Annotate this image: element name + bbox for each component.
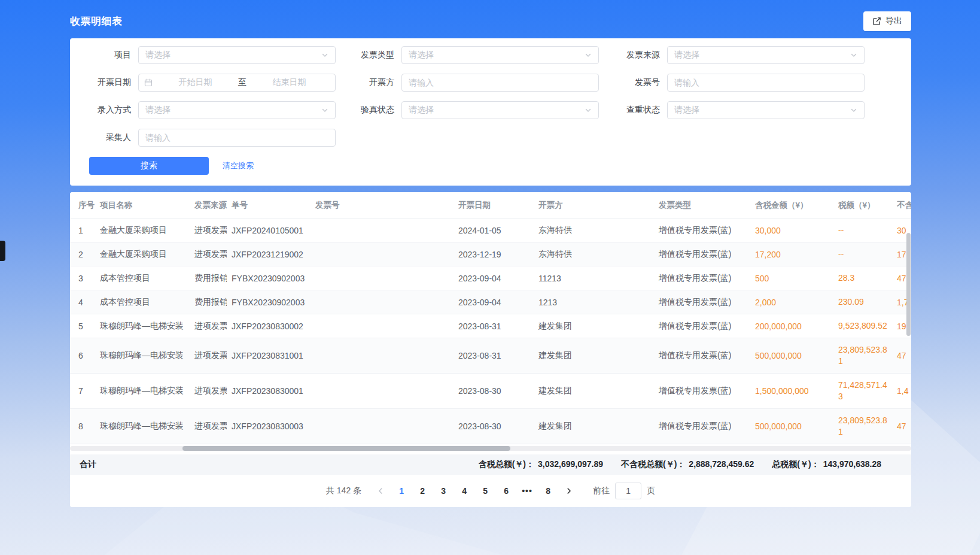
column-header-amount_excl: 不含税金额（¥） — [892, 192, 911, 218]
form-field-issuer: 开票方 — [343, 74, 608, 92]
top-bar: 收票明细表 导出 — [70, 0, 911, 38]
page-button-1[interactable]: 1 — [392, 482, 410, 500]
entry-method-select[interactable]: 请选择 — [138, 101, 336, 119]
cell-amount_incl: 200,000,000 — [750, 314, 833, 338]
vertical-scrollbar-thumb[interactable] — [906, 233, 911, 336]
cell-date: 2023-09-04 — [454, 266, 534, 290]
cell-source: 进项发票 — [190, 409, 227, 444]
cell-issuer: 东海特供 — [534, 242, 654, 266]
page-button-2[interactable]: 2 — [413, 482, 431, 500]
cell-amount_incl: 30,000 — [750, 219, 833, 242]
cell-no: 6 — [70, 338, 95, 373]
goto-suffix: 页 — [647, 486, 655, 496]
cell-no: 4 — [70, 290, 95, 314]
column-header-invoice_no: 发票号 — [311, 192, 454, 218]
horizontal-scrollbar-thumb[interactable] — [182, 446, 510, 451]
chevron-down-icon — [585, 51, 592, 59]
cell-project: 金融大厦采购项目 — [95, 219, 190, 242]
column-header-date: 开票日期 — [454, 192, 534, 218]
cell-type: 增值税专用发票(蓝) — [654, 242, 750, 266]
field-label: 查重状态 — [608, 105, 667, 116]
export-button[interactable]: 导出 — [863, 11, 911, 31]
invoice-date-range-picker[interactable]: 开始日期至结束日期 — [138, 74, 336, 92]
cell-invoice_no — [311, 290, 454, 314]
horizontal-scrollbar-track[interactable] — [70, 446, 911, 451]
form-field-dup-status: 查重状态请选择 — [608, 101, 874, 119]
goto-page-input[interactable] — [615, 483, 641, 499]
page-button-4[interactable]: 4 — [455, 482, 473, 500]
verify-status-select[interactable]: 请选择 — [401, 101, 599, 119]
cell-amount_incl: 500,000,000 — [750, 409, 833, 444]
summary-total-tax: 总税额(￥)：143,970,638.28 — [772, 459, 881, 470]
cell-issuer: 建发集团 — [534, 338, 654, 373]
cell-tax: 71,428,571.43 — [833, 374, 892, 408]
cell-date: 2023-08-30 — [454, 374, 534, 408]
cell-amount_incl: 17,200 — [750, 242, 833, 266]
table-header-row: 序号项目名称发票来源单号发票号开票日期开票方发票类型含税金额（¥）税额（¥）不含… — [70, 192, 911, 219]
cell-amount_incl: 500,000,000 — [750, 338, 833, 373]
cell-amount_incl: 500 — [750, 266, 833, 290]
chevron-down-icon — [850, 51, 857, 59]
select-placeholder: 请选择 — [409, 50, 585, 60]
cell-date: 2023-09-04 — [454, 290, 534, 314]
invoice-type-select[interactable]: 请选择 — [401, 46, 599, 64]
invoice-no-input[interactable] — [667, 74, 865, 92]
cell-type: 增值税专用发票(蓝) — [654, 374, 750, 408]
cell-source: 费用报销 — [190, 266, 227, 290]
more-pages-button[interactable]: ••• — [518, 482, 536, 500]
invoice-source-select[interactable]: 请选择 — [667, 46, 865, 64]
summary-row: 合计 含税总额(￥)：3,032,699,097.89 不含税总额(￥)：2,8… — [70, 454, 911, 475]
form-field-collector: 采集人 — [80, 129, 343, 147]
field-label: 发票号 — [608, 77, 667, 88]
chevron-right-icon — [565, 487, 573, 495]
cell-no: 3 — [70, 266, 95, 290]
project-select[interactable]: 请选择 — [138, 46, 336, 64]
table-row: 2金融大厦采购项目进项发票JXFP202312190022023-12-19东海… — [70, 242, 911, 266]
form-field-invoice-source: 发票来源请选择 — [608, 46, 874, 64]
drawer-handle[interactable] — [0, 241, 5, 261]
page-button-5[interactable]: 5 — [476, 482, 494, 500]
clear-search-link[interactable]: 清空搜索 — [223, 160, 254, 171]
cell-order_no: JXFP20230830002 — [227, 314, 311, 338]
cell-date: 2023-08-31 — [454, 338, 534, 373]
pagination: 共 142 条 123456•••8 前往 页 — [70, 475, 911, 507]
cell-no: 1 — [70, 219, 95, 242]
cell-tax: 230.09 — [833, 290, 892, 314]
end-date-placeholder: 结束日期 — [249, 77, 330, 88]
cell-source: 进项发票 — [190, 242, 227, 266]
cell-project: 金融大厦采购项目 — [95, 242, 190, 266]
search-button[interactable]: 搜索 — [89, 157, 209, 175]
column-header-order_no: 单号 — [227, 192, 311, 218]
table-row: 1金融大厦采购项目进项发票JXFP202401050012024-01-05东海… — [70, 219, 911, 242]
prev-page-button[interactable] — [372, 482, 389, 500]
form-field-entry-method: 录入方式请选择 — [80, 101, 343, 119]
cell-tax: 23,809,523.81 — [833, 409, 892, 444]
collector-input[interactable] — [138, 129, 336, 147]
search-actions: 搜索 清空搜索 — [80, 157, 902, 175]
next-page-button[interactable] — [560, 482, 578, 500]
cell-no: 7 — [70, 374, 95, 408]
column-header-issuer: 开票方 — [534, 192, 654, 218]
field-label: 发票类型 — [343, 50, 401, 60]
record-count: 共 142 条 — [326, 486, 361, 496]
column-header-no: 序号 — [70, 192, 95, 218]
cell-invoice_no — [311, 374, 454, 408]
search-panel: 项目请选择发票类型请选择发票来源请选择开票日期开始日期至结束日期开票方发票号录入… — [70, 38, 911, 186]
cell-date: 2023-08-31 — [454, 314, 534, 338]
cell-no: 8 — [70, 409, 95, 444]
cell-type: 增值税专用发票(蓝) — [654, 338, 750, 373]
cell-type: 增值税专用发票(蓝) — [654, 314, 750, 338]
page-button-3[interactable]: 3 — [434, 482, 452, 500]
page-button-8[interactable]: 8 — [539, 482, 557, 500]
cell-order_no: JXFP20230830003 — [227, 409, 311, 444]
page-button-6[interactable]: 6 — [497, 482, 515, 500]
cell-issuer: 东海特供 — [534, 219, 654, 242]
cell-invoice_no — [311, 266, 454, 290]
cell-source: 进项发票 — [190, 314, 227, 338]
dup-status-select[interactable]: 请选择 — [667, 101, 865, 119]
issuer-input[interactable] — [401, 74, 599, 92]
table-row: 4成本管控项目费用报销FYBX202309020032023-09-041213… — [70, 290, 911, 314]
table-row: 7珠穆朗玛峰—电梯安装进项发票JXFP202308300012023-08-30… — [70, 374, 911, 409]
form-field-invoice-type: 发票类型请选择 — [343, 46, 608, 64]
page-buttons: 123456•••8 — [392, 482, 557, 500]
